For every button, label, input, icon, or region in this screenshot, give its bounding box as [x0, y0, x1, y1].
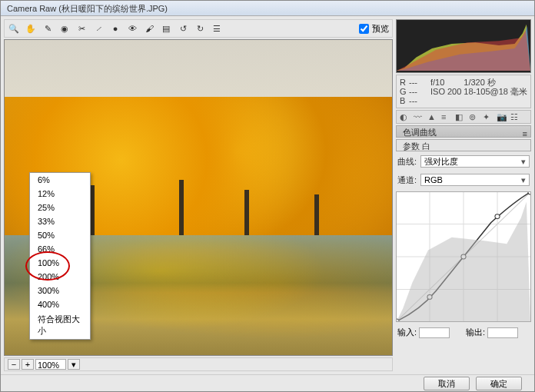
metadata-readout: RGB --- --- --- f/10 ISO 200 1/320 秒 18-…: [396, 75, 531, 108]
crop-tool-icon[interactable]: ✂: [75, 22, 88, 35]
input-field[interactable]: [419, 327, 450, 338]
left-pane: 🔍 ✋ ✎ ◉ ✂ ⟋ ● 👁 🖌 ▤ ↺ ↻ ☰ 预览: [4, 19, 393, 371]
zoom-dropdown-icon[interactable]: ▾: [68, 359, 80, 370]
prefs-icon[interactable]: ☰: [211, 22, 223, 35]
channel-row: 通道: RGB: [396, 174, 531, 186]
hand-tool-icon[interactable]: ✋: [25, 22, 37, 35]
curve-row: 曲线: 强对比度: [396, 155, 531, 168]
ok-button[interactable]: 确定: [476, 377, 522, 390]
tab-basic-icon[interactable]: ◐: [400, 112, 409, 121]
straighten-icon[interactable]: ⟋: [92, 22, 105, 35]
toolbar: 🔍 ✋ ✎ ◉ ✂ ⟋ ● 👁 🖌 ▤ ↺ ↻ ☰ 预览: [4, 19, 393, 38]
zoom-12[interactable]: 12%: [30, 187, 90, 201]
gradient-icon[interactable]: ▤: [160, 22, 172, 35]
histogram: [396, 19, 531, 73]
bottom-bar: − + 100% ▾: [4, 357, 393, 371]
tab-curve-icon[interactable]: 〰: [414, 112, 423, 121]
curve-label: 曲线:: [397, 156, 417, 168]
camera-raw-window: Camera Raw (秋日暖阳下的缤纷世界.JPG) 🔍 ✋ ✎ ◉ ✂ ⟋ …: [0, 0, 535, 392]
rotate-ccw-icon[interactable]: ↺: [177, 22, 189, 35]
meta-g: ---: [409, 87, 430, 96]
meta-r: ---: [409, 78, 430, 87]
zoom-out-button[interactable]: −: [8, 359, 20, 370]
zoom-200[interactable]: 200%: [30, 270, 90, 284]
zoom-6[interactable]: 6%: [30, 173, 90, 187]
input-label: 输入:: [397, 327, 417, 338]
cancel-button[interactable]: 取消: [424, 377, 470, 390]
zoom-66[interactable]: 66%: [30, 242, 90, 256]
curve-select[interactable]: 强对比度: [420, 155, 530, 168]
titlebar: Camera Raw (秋日暖阳下的缤纷世界.JPG): [1, 1, 534, 16]
spot-tool-icon[interactable]: ●: [109, 22, 121, 35]
tone-curve-editor[interactable]: [396, 191, 531, 322]
preview-label: 预览: [372, 23, 389, 35]
sampler-icon[interactable]: ◉: [58, 22, 71, 35]
output-field[interactable]: [487, 327, 518, 338]
meta-b: ---: [409, 96, 430, 105]
tab-preset-icon[interactable]: ☷: [510, 112, 520, 121]
panel-tabs: ◐ 〰 ▲ ≡ ◧ ⊚ ✦ 📷 ☷: [396, 110, 531, 124]
output-label: 输出:: [466, 327, 485, 338]
tab-fx-icon[interactable]: ✦: [483, 112, 492, 121]
panel-header-sub[interactable]: 参数 白: [396, 139, 531, 151]
zoom-fit[interactable]: 符合视图大小: [30, 311, 90, 339]
tab-cal-icon[interactable]: 📷: [497, 112, 506, 121]
right-pane: RGB --- --- --- f/10 ISO 200 1/320 秒 18-…: [396, 19, 531, 371]
zoom-value[interactable]: 100%: [35, 359, 66, 370]
channel-label: 通道:: [397, 174, 417, 186]
tab-hsl-icon[interactable]: ≡: [441, 112, 450, 121]
zoom-50[interactable]: 50%: [30, 228, 90, 242]
brush-icon[interactable]: 🖌: [143, 22, 155, 35]
zoom-400[interactable]: 400%: [30, 297, 90, 311]
meta-iso: ISO 200: [430, 87, 461, 96]
meta-shutter: 1/320 秒: [464, 78, 527, 87]
channel-select[interactable]: RGB: [420, 174, 530, 186]
window-title: Camera Raw (秋日暖阳下的缤纷世界.JPG): [7, 4, 168, 13]
panel-header-main: 色调曲线 ≡: [396, 125, 531, 138]
rotate-cw-icon[interactable]: ↻: [194, 22, 206, 35]
meta-lens: 18-105@18 毫米: [464, 87, 527, 96]
zoom-menu: 6% 12% 25% 33% 50% 66% 100% 200% 300% 40…: [29, 172, 91, 340]
panel-menu-icon[interactable]: ≡: [523, 128, 527, 140]
content-area: 🔍 ✋ ✎ ◉ ✂ ⟋ ● 👁 🖌 ▤ ↺ ↻ ☰ 预览: [1, 16, 534, 374]
zoom-300[interactable]: 300%: [30, 284, 90, 297]
zoom-33[interactable]: 33%: [30, 214, 90, 228]
footer: 取消 确定: [1, 374, 534, 391]
io-row: 输入: 输出:: [396, 325, 531, 340]
zoom-25[interactable]: 25%: [30, 201, 90, 214]
image-preview[interactable]: 6% 12% 25% 33% 50% 66% 100% 200% 300% 40…: [4, 39, 393, 356]
redeye-icon[interactable]: 👁: [126, 22, 138, 35]
meta-fstop: f/10: [430, 78, 461, 87]
zoom-in-button[interactable]: +: [22, 359, 34, 370]
tab-split-icon[interactable]: ◧: [455, 112, 464, 121]
eyedropper-icon[interactable]: ✎: [42, 22, 54, 35]
preview-checkbox[interactable]: [359, 24, 369, 34]
preview-toggle[interactable]: 预览: [359, 23, 389, 35]
zoom-100[interactable]: 100%: [30, 256, 90, 270]
tab-lens-icon[interactable]: ⊚: [469, 112, 478, 121]
zoom-tool-icon[interactable]: 🔍: [8, 22, 20, 35]
tab-detail-icon[interactable]: ▲: [427, 112, 437, 121]
